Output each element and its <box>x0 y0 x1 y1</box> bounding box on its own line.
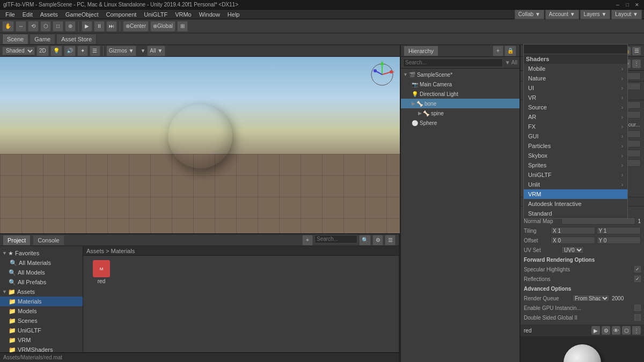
shader-fx[interactable]: FX › <box>524 122 627 131</box>
console-tab[interactable]: Console <box>33 235 63 245</box>
shader-unigltf[interactable]: UniGLTF › <box>524 170 627 180</box>
maximize-button[interactable]: □ <box>624 1 631 9</box>
menu-gameobject[interactable]: GameObject <box>62 11 102 18</box>
gpu-instancing-checkbox[interactable] <box>634 305 641 311</box>
menu-help[interactable]: Help <box>224 11 243 18</box>
hierarchy-search-input[interactable] <box>403 58 503 67</box>
asset-store-tab[interactable]: Asset Store <box>56 34 97 45</box>
preview-eye-btn[interactable]: 👁 <box>612 326 620 335</box>
hier-bone[interactable]: ▶ 🦴 bone <box>401 99 519 108</box>
layout-button[interactable]: Layout ▼ <box>611 10 642 19</box>
tree-all-materials[interactable]: 🔍 All Materials <box>0 258 83 268</box>
menu-edit[interactable]: Edit <box>19 11 36 18</box>
hier-maincam[interactable]: 📷 Main Camera <box>401 79 519 89</box>
tiling2-x[interactable]: X 1 <box>551 227 595 234</box>
tool-rect[interactable]: □ <box>53 21 63 32</box>
create-button[interactable]: + <box>302 235 313 246</box>
hier-spine[interactable]: ▶ 🦴 spine <box>401 108 519 118</box>
proj-icon1[interactable]: 🔍 <box>359 235 371 246</box>
center-toggle[interactable]: ⊕Center <box>123 21 149 32</box>
play-button[interactable]: ▶ <box>82 21 92 32</box>
pause-button[interactable]: ⏸ <box>94 21 105 32</box>
hier-sphere[interactable]: ⚪ Sphere <box>401 118 519 128</box>
shader-ui[interactable]: UI › <box>524 83 627 93</box>
all-button[interactable]: All ▼ <box>147 46 165 56</box>
grid-toggle[interactable]: ⊞ <box>177 21 188 32</box>
shader-vrm[interactable]: VRM <box>524 189 627 199</box>
project-tab[interactable]: Project <box>3 235 30 245</box>
tree-materials[interactable]: 📁 Materials <box>0 297 83 306</box>
file-red[interactable]: M red <box>85 258 118 286</box>
tool-hand[interactable]: ✋ <box>2 21 14 32</box>
scene-tab[interactable]: Scene <box>2 34 28 45</box>
hier-dirlight[interactable]: 💡 Directional Light <box>401 89 519 99</box>
shader-autodesk[interactable]: Autodesk Interactive <box>524 199 627 209</box>
reflections-checkbox[interactable] <box>634 276 641 282</box>
tree-all-models[interactable]: 🔍 All Models <box>0 268 83 277</box>
2d-toggle[interactable]: 2D <box>36 46 49 56</box>
lighting-toggle[interactable]: 💡 <box>50 46 62 56</box>
tool-scale[interactable]: ⬡ <box>40 21 51 32</box>
shader-standard[interactable]: Standard <box>524 209 627 218</box>
menu-vrmo[interactable]: VRMo <box>172 11 195 18</box>
preview-more-btn[interactable]: ⋮ <box>632 326 641 335</box>
render-queue-select[interactable]: From Shader <box>572 294 610 302</box>
hier-add-btn[interactable]: + <box>493 46 503 56</box>
minimize-button[interactable]: ─ <box>614 1 621 9</box>
preview-info-btn[interactable]: ⚙ <box>602 326 610 335</box>
uv-set-select[interactable]: UV0 <box>561 246 584 254</box>
collab-button[interactable]: Collab ▼ <box>515 10 544 19</box>
tool-rotate[interactable]: ⟲ <box>28 21 39 32</box>
tree-vrm[interactable]: 📁 VRM <box>0 335 83 345</box>
offset2-y[interactable]: Y 0 <box>597 237 641 244</box>
gizmos-button[interactable]: Gizmos ▼ <box>106 46 137 56</box>
menu-assets[interactable]: Assets <box>37 11 61 18</box>
preview-play-btn[interactable]: ▶ <box>591 326 600 335</box>
proj-icon3[interactable]: ☰ <box>385 235 396 246</box>
shaded-dropdown[interactable]: Shaded <box>2 47 35 55</box>
hier-samplescene[interactable]: ▼ 🎬 SampleScene* <box>401 70 519 79</box>
shader-sprites[interactable]: Sprites › <box>524 160 627 170</box>
scene-viewport[interactable]: X Y Z <box>0 57 400 233</box>
fx-toggle[interactable]: ✦ <box>77 46 88 56</box>
offset2-x[interactable]: X 0 <box>551 237 595 244</box>
tree-unigltf[interactable]: 📁 UniGLTF <box>0 326 83 335</box>
tool-combined[interactable]: ⊕ <box>65 21 76 32</box>
shader-unlit[interactable]: Unlit › <box>524 180 627 189</box>
hier-lock-btn[interactable]: 🔒 <box>504 46 516 56</box>
tiling2-y[interactable]: Y 1 <box>597 227 641 234</box>
double-sided-checkbox[interactable] <box>634 314 641 321</box>
hidden-objects[interactable]: ☰ <box>90 46 100 56</box>
shader-nature[interactable]: Nature › <box>524 73 627 83</box>
shader-vr[interactable]: VR › <box>524 93 627 102</box>
tree-scenes[interactable]: 📁 Scenes <box>0 316 83 326</box>
menu-component[interactable]: Component <box>103 11 140 18</box>
tree-favorites[interactable]: ▼ ★ Favorites <box>0 248 83 258</box>
close-button[interactable]: ✕ <box>633 1 641 9</box>
preview-expand-btn[interactable]: ⬡ <box>622 326 631 335</box>
sound-toggle[interactable]: 🔊 <box>64 46 76 56</box>
hierarchy-tab[interactable]: Hierarchy <box>404 46 438 56</box>
tree-assets[interactable]: ▼ 📁 Assets <box>0 287 83 297</box>
shader-particles[interactable]: Particles › <box>524 141 627 151</box>
layers-button[interactable]: Layers ▼ <box>580 10 611 19</box>
insp-menu-btn[interactable]: ☰ <box>632 47 641 55</box>
menu-unigltf[interactable]: UniGLTF <box>141 11 171 18</box>
shader-source[interactable]: Source › <box>524 102 627 112</box>
tree-models[interactable]: 📁 Models <box>0 306 83 316</box>
shader-skybox[interactable]: Skybox › <box>524 151 627 160</box>
tree-vrmshaders[interactable]: 📁 VRMShaders <box>0 345 83 352</box>
tree-all-prefabs[interactable]: 🔍 All Prefabs <box>0 277 83 287</box>
menu-file[interactable]: File <box>2 11 18 18</box>
shader-mobile[interactable]: Mobile › <box>524 64 627 73</box>
global-toggle[interactable]: ⊕Global <box>150 21 175 32</box>
specular-checkbox[interactable] <box>634 266 641 272</box>
account-button[interactable]: Account ▼ <box>545 10 579 19</box>
proj-icon2[interactable]: ⚙ <box>372 235 383 246</box>
project-search-input[interactable] <box>314 235 357 243</box>
step-button[interactable]: ⏭ <box>106 21 117 32</box>
shader-ar[interactable]: AR › <box>524 112 627 122</box>
game-tab[interactable]: Game <box>30 34 55 45</box>
menu-window[interactable]: Window <box>196 11 223 18</box>
tool-move[interactable]: ↔ <box>16 21 26 32</box>
